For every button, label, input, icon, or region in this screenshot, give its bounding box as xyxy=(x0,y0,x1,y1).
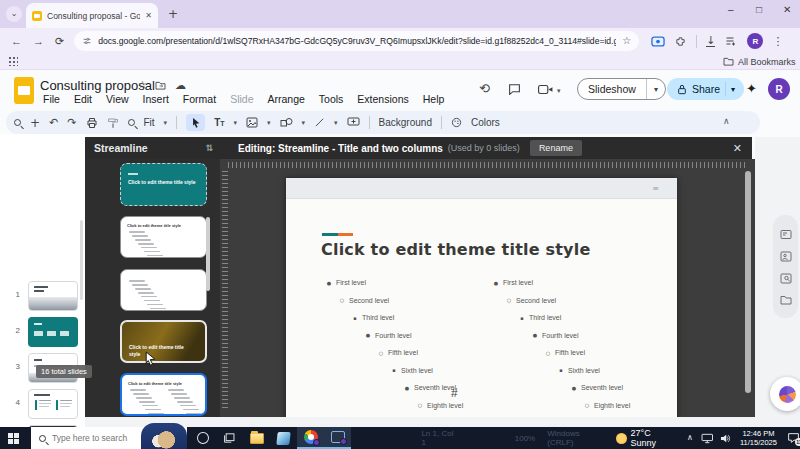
browser-menu-icon[interactable]: ⋮ xyxy=(772,36,783,47)
image-caret-icon[interactable]: ▾ xyxy=(267,119,271,127)
portrait-image-icon[interactable] xyxy=(780,251,792,262)
slideshow-button[interactable]: Slideshow ▾ xyxy=(577,78,666,100)
taskbar-search[interactable] xyxy=(31,427,187,449)
window-close-button[interactable]: ✕ xyxy=(783,4,791,15)
menu-edit[interactable]: Edit xyxy=(67,91,99,107)
browser-profile-avatar[interactable]: R xyxy=(747,33,763,49)
start-button[interactable] xyxy=(8,433,19,444)
taskbar-chrome[interactable] xyxy=(297,427,324,449)
tab-close-icon[interactable]: ✕ xyxy=(145,12,152,20)
window-minimize-button[interactable]: – xyxy=(728,4,734,15)
slides-scrollbar[interactable] xyxy=(80,220,83,300)
slideshow-caret-icon[interactable]: ▾ xyxy=(647,85,665,94)
slide-page[interactable]: ≡ Click to edit theme title style ●First… xyxy=(286,178,677,417)
browser-tab[interactable]: Consulting proposal - Google S ✕ xyxy=(26,3,158,28)
layout-thumb-two-columns[interactable]: Click to edit theme title style xyxy=(120,373,207,416)
comments-icon[interactable] xyxy=(508,83,521,95)
slide-thumb-1[interactable] xyxy=(28,281,78,311)
search-menus-icon[interactable] xyxy=(14,119,21,126)
close-theme-editor-icon[interactable]: ✕ xyxy=(733,143,742,154)
insert-shape-icon[interactable] xyxy=(280,117,293,128)
layout-thumb-title-body[interactable]: Click to edit theme title style xyxy=(120,216,207,258)
insert-comment-icon[interactable] xyxy=(347,117,360,128)
undo-icon[interactable]: ↶ xyxy=(49,117,58,128)
filmstrip-scrollbar[interactable] xyxy=(206,217,210,291)
insert-line-icon[interactable] xyxy=(314,117,325,128)
action-center[interactable]: 11 xyxy=(787,432,800,444)
image-search-icon[interactable] xyxy=(780,273,792,284)
task-view-icon[interactable] xyxy=(223,432,236,444)
slide-thumb-4[interactable] xyxy=(28,389,78,419)
menu-help[interactable]: Help xyxy=(416,91,452,107)
hide-menus-icon[interactable]: ∧ xyxy=(723,117,730,126)
zoom-icon[interactable] xyxy=(128,119,135,126)
bookmark-star-icon[interactable]: ☆ xyxy=(622,36,631,46)
new-slide-icon[interactable]: + xyxy=(30,117,40,129)
version-history-icon[interactable]: ⟲ xyxy=(479,82,490,95)
reading-list-icon[interactable] xyxy=(725,36,737,46)
weather-label[interactable]: 27°C Sunny xyxy=(631,428,677,448)
menu-slide[interactable]: Slide xyxy=(223,91,260,107)
fit-caret-icon[interactable]: ▾ xyxy=(164,119,168,127)
all-bookmarks-label[interactable]: All Bookmarks xyxy=(738,57,796,67)
search-highlight-image[interactable] xyxy=(141,423,187,449)
line-caret-icon[interactable]: ▾ xyxy=(334,119,338,127)
bullet-column-right[interactable]: ●First level ○Second level ▪Third level … xyxy=(493,274,663,414)
taskbar-app-blue[interactable] xyxy=(270,427,297,449)
camera-caret-icon[interactable]: ▾ xyxy=(557,87,561,95)
tab-search-button[interactable]: ⌄ xyxy=(6,6,22,22)
star-document-icon[interactable]: ☆ xyxy=(138,80,147,90)
search-input[interactable] xyxy=(52,433,152,443)
cortana-icon[interactable] xyxy=(197,432,209,444)
slide-thumb-2[interactable] xyxy=(28,317,78,347)
print-icon[interactable] xyxy=(86,117,98,129)
page-number-placeholder[interactable]: # xyxy=(451,386,458,400)
hidden-icons-chevron[interactable]: ∧ xyxy=(687,434,693,442)
share-caret-icon[interactable]: ▾ xyxy=(725,82,740,96)
layout-thumb-body-only[interactable] xyxy=(120,269,207,311)
apps-grid-icon[interactable] xyxy=(9,57,18,66)
paint-format-icon[interactable] xyxy=(107,117,119,129)
menu-tools[interactable]: Tools xyxy=(312,91,351,107)
volume-icon[interactable] xyxy=(720,433,732,444)
unfold-icon[interactable]: ⇅ xyxy=(205,144,213,153)
weather-sun-icon[interactable] xyxy=(616,433,627,444)
canvas-scrollbar[interactable] xyxy=(745,171,751,393)
taskbar-file-explorer[interactable] xyxy=(243,427,270,449)
select-tool-button[interactable] xyxy=(186,114,205,131)
account-avatar[interactable]: R xyxy=(768,78,790,100)
window-maximize-button[interactable]: □ xyxy=(756,4,762,15)
move-to-folder-icon[interactable] xyxy=(155,81,166,90)
folder-icon[interactable] xyxy=(780,295,792,305)
meet-camera-icon[interactable] xyxy=(538,84,553,95)
download-icon[interactable]: ↓ xyxy=(706,35,715,47)
templates-icon[interactable] xyxy=(780,229,792,240)
menu-file[interactable]: File xyxy=(36,91,67,107)
text-caret-icon[interactable]: ▾ xyxy=(234,119,238,127)
taskbar-app-window[interactable] xyxy=(324,427,351,449)
bookmarks-folder-icon[interactable] xyxy=(723,57,734,66)
new-tab-button[interactable]: + xyxy=(168,8,178,20)
address-bar[interactable]: docs.google.com/presentation/d/1wlSQ7RxH… xyxy=(74,31,639,51)
menu-view[interactable]: View xyxy=(99,91,136,107)
forward-icon[interactable]: → xyxy=(33,35,44,47)
background-button[interactable]: Background xyxy=(379,117,432,128)
network-icon[interactable] xyxy=(701,433,714,444)
shape-caret-icon[interactable]: ▾ xyxy=(302,119,306,127)
theme-picker[interactable]: Streamline ⇅ xyxy=(85,142,222,154)
extensions-icon[interactable] xyxy=(675,36,686,47)
taskbar-clock[interactable]: 12:46 PM 11/15/2025 xyxy=(740,429,777,447)
reload-icon[interactable]: ⟳ xyxy=(55,35,64,48)
layout-thumb-title-slide[interactable]: Click to edit theme title style xyxy=(120,163,207,206)
extension-fab[interactable] xyxy=(770,377,800,411)
site-settings-icon[interactable] xyxy=(82,36,92,46)
bullet-column-left[interactable]: ●First level ○Second level ▪Third level … xyxy=(326,274,496,414)
colors-button[interactable]: Colors xyxy=(471,117,500,128)
menu-insert[interactable]: Insert xyxy=(136,91,176,107)
layout-thumb-image-title[interactable]: Click to edit theme title style xyxy=(120,320,207,363)
share-button[interactable]: Share ▾ xyxy=(667,78,744,100)
fit-zoom-select[interactable]: Fit xyxy=(144,117,155,128)
insert-image-icon[interactable] xyxy=(246,117,258,128)
back-icon[interactable]: ← xyxy=(11,35,22,47)
menu-extensions[interactable]: Extensions xyxy=(350,91,415,107)
